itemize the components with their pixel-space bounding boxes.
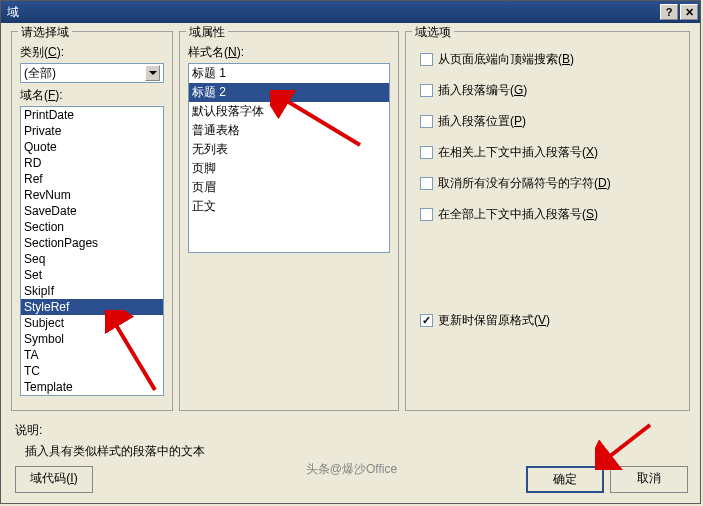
ok-button[interactable]: 确定 [526,466,604,493]
list-item[interactable]: Quote [21,139,163,155]
field-props-column: 域属性 样式名(N): 标题 1标题 2默认段落字体普通表格无列表页脚页眉正文 [179,31,399,412]
list-item[interactable]: Subject [21,315,163,331]
titlebar-buttons: ? ✕ [660,4,698,20]
content-area: 请选择域 类别(C): (全部) 域名(F): PrintDatePrivate… [1,23,700,420]
list-item[interactable]: SectionPages [21,235,163,251]
group-title-options: 域选项 [412,24,454,41]
window-title: 域 [7,4,660,21]
chevron-down-icon[interactable] [145,65,160,81]
select-field-group: 请选择域 类别(C): (全部) 域名(F): PrintDatePrivate… [11,31,173,411]
option-row[interactable]: 从页面底端向顶端搜索(B) [420,51,681,68]
option-label: 取消所有没有分隔符号的字符(D) [438,175,611,192]
list-item[interactable]: 默认段落字体 [189,102,389,121]
description-label: 说明: [15,422,700,439]
help-button[interactable]: ? [660,4,678,20]
list-item[interactable]: Section [21,219,163,235]
group-title-props: 域属性 [186,24,228,41]
list-item[interactable]: Template [21,379,163,395]
select-field-column: 请选择域 类别(C): (全部) 域名(F): PrintDatePrivate… [11,31,173,412]
list-item[interactable]: Private [21,123,163,139]
list-item[interactable]: RevNum [21,187,163,203]
watermark-text: 头条@爆沙Office [306,461,397,478]
category-value: (全部) [24,65,56,82]
option-label: 从页面底端向顶端搜索(B) [438,51,574,68]
description-text: 插入具有类似样式的段落中的文本 [25,443,700,460]
list-item[interactable]: 页脚 [189,159,389,178]
list-item[interactable]: 页眉 [189,178,389,197]
list-item[interactable]: Seq [21,251,163,267]
style-listbox[interactable]: 标题 1标题 2默认段落字体普通表格无列表页脚页眉正文 [188,63,390,253]
option-row[interactable]: 在全部上下文中插入段落号(S) [420,206,681,223]
stylename-label: 样式名(N): [188,44,390,61]
option-checkbox[interactable] [420,115,433,128]
list-item[interactable]: 标题 2 [189,83,389,102]
list-item[interactable]: Set [21,267,163,283]
preserve-format-row[interactable]: 更新时保留原格式(V) [420,312,681,329]
fieldcode-button[interactable]: 域代码(I) [15,466,93,493]
category-select[interactable]: (全部) [20,63,164,83]
option-row[interactable]: 在相关上下文中插入段落号(X) [420,144,681,161]
list-item[interactable]: Symbol [21,331,163,347]
list-item[interactable]: 普通表格 [189,121,389,140]
option-row[interactable]: 插入段落编号(G) [420,82,681,99]
list-item[interactable]: 正文 [189,197,389,216]
option-row[interactable]: 取消所有没有分隔符号的字符(D) [420,175,681,192]
option-label: 插入段落编号(G) [438,82,527,99]
list-item[interactable]: TC [21,363,163,379]
option-label: 在相关上下文中插入段落号(X) [438,144,598,161]
list-item[interactable]: PrintDate [21,107,163,123]
close-button[interactable]: ✕ [680,4,698,20]
preserve-checkbox[interactable] [420,314,433,327]
field-props-group: 域属性 样式名(N): 标题 1标题 2默认段落字体普通表格无列表页脚页眉正文 [179,31,399,411]
option-label: 在全部上下文中插入段落号(S) [438,206,598,223]
field-listbox[interactable]: PrintDatePrivateQuoteRDRefRevNumSaveDate… [20,106,164,396]
field-options-group: 域选项 从页面底端向顶端搜索(B)插入段落编号(G)插入段落位置(P)在相关上下… [405,31,690,411]
category-label: 类别(C): [20,44,164,61]
list-item[interactable]: TA [21,347,163,363]
cancel-button[interactable]: 取消 [610,466,688,493]
option-checkbox[interactable] [420,177,433,190]
titlebar: 域 ? ✕ [1,1,700,23]
list-item[interactable]: RD [21,155,163,171]
preserve-label: 更新时保留原格式(V) [438,312,550,329]
group-title-select: 请选择域 [18,24,72,41]
option-checkbox[interactable] [420,146,433,159]
option-label: 插入段落位置(P) [438,113,526,130]
field-options-column: 域选项 从页面底端向顶端搜索(B)插入段落编号(G)插入段落位置(P)在相关上下… [405,31,690,412]
option-checkbox[interactable] [420,208,433,221]
list-item[interactable]: 标题 1 [189,64,389,83]
dialog-window: 域 ? ✕ 请选择域 类别(C): (全部) 域名(F): PrintDateP… [0,0,701,504]
option-row[interactable]: 插入段落位置(P) [420,113,681,130]
list-item[interactable]: 无列表 [189,140,389,159]
list-item[interactable]: StyleRef [21,299,163,315]
options-list: 从页面底端向顶端搜索(B)插入段落编号(G)插入段落位置(P)在相关上下文中插入… [414,51,681,223]
list-item[interactable]: SaveDate [21,203,163,219]
fieldname-label: 域名(F): [20,87,164,104]
list-item[interactable]: SkipIf [21,283,163,299]
list-item[interactable]: Ref [21,171,163,187]
option-checkbox[interactable] [420,53,433,66]
description-area: 说明: 插入具有类似样式的段落中的文本 [1,420,700,466]
option-checkbox[interactable] [420,84,433,97]
